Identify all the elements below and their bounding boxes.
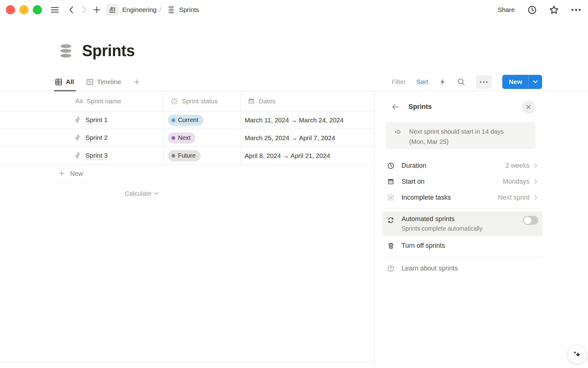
sprint-name-cell[interactable]: Sprint 1 [74, 111, 107, 129]
status-badge: Current [168, 115, 203, 126]
runner-icon [74, 151, 81, 160]
tab-all-label: All [66, 78, 74, 86]
table-row[interactable]: Sprint 3 Future April 8, 2024 → April 21… [0, 147, 375, 165]
tab-timeline[interactable]: Timeline [86, 73, 121, 91]
dates-cell[interactable]: April 8, 2024 → April 21, 2024 [245, 147, 330, 164]
chevron-right-icon [533, 178, 539, 185]
zoom-window-button[interactable] [33, 5, 42, 14]
sprint-status-cell[interactable]: Future [168, 147, 201, 164]
view-options-icon[interactable] [476, 75, 492, 89]
sprint-page-link[interactable]: Sprint 3 [85, 152, 107, 160]
new-page-icon[interactable] [93, 6, 101, 14]
chevron-right-icon [533, 162, 539, 169]
turn-off-sprints-button[interactable]: Turn off sprints [383, 238, 542, 254]
view-toolbar: All Timeline Filter Sort New [55, 73, 542, 91]
calendar-icon [247, 97, 255, 105]
column-header-sprint-name[interactable]: Aa Sprint name [75, 91, 121, 111]
dates-cell[interactable]: March 11, 2024 → March 24, 2024 [245, 111, 344, 129]
sprint-status-cell[interactable]: Next [168, 129, 195, 147]
more-options-icon[interactable] [571, 8, 581, 12]
sprint-name-cell[interactable]: Sprint 2 [74, 129, 107, 147]
dates-cell[interactable]: March 25, 2024 → April 7, 2024 [245, 129, 335, 147]
arrow-right-icon [393, 128, 402, 149]
add-view-icon[interactable] [133, 73, 141, 91]
notice-line1: Next sprint should start in 14 days [409, 126, 504, 136]
sidebar-menu-icon[interactable] [51, 6, 59, 13]
automated-sprints-toggle[interactable] [523, 216, 538, 225]
duration-setting-row[interactable]: Duration 2 weeks [383, 158, 542, 174]
page-title-block: Sprints [58, 42, 135, 60]
favorite-star-icon[interactable] [549, 5, 559, 15]
runner-icon [74, 116, 81, 124]
panel-title: Sprints [409, 103, 432, 111]
close-window-button[interactable] [6, 5, 15, 14]
trash-icon [387, 242, 395, 250]
sparkles-icon [571, 348, 583, 360]
checkbox-icon [387, 194, 395, 201]
text-property-icon: Aa [75, 98, 83, 105]
page-database-icon[interactable] [58, 43, 74, 59]
next-sprint-notice: Next sprint should start in 14 days (Mon… [386, 122, 536, 149]
calculate-button[interactable]: Calculate [0, 183, 163, 204]
close-icon[interactable] [522, 100, 535, 114]
minimize-window-button[interactable] [19, 5, 28, 14]
window-titlebar: Engineering / Sprints Share [0, 0, 588, 20]
table-header-row: Aa Sprint name Sprint status Dates [0, 91, 375, 111]
chevron-down-icon [153, 191, 159, 196]
spinner-icon [170, 97, 178, 105]
timeline-view-icon [86, 78, 94, 86]
forward-icon[interactable] [81, 6, 88, 14]
new-button[interactable]: New [502, 78, 528, 86]
status-badge: Next [168, 132, 195, 144]
view-tabs: All Timeline [55, 73, 152, 91]
new-dropdown-chevron-icon[interactable] [529, 80, 542, 84]
sprint-name-cell[interactable]: Sprint 3 [74, 147, 107, 164]
incomplete-tasks-setting-row[interactable]: Incomplete tasks Next sprint [383, 190, 542, 205]
start-on-setting-row[interactable]: Start on Mondays [383, 174, 542, 190]
status-dot-icon [172, 154, 175, 158]
automated-sprints-label: Automated sprints [401, 215, 482, 223]
tab-all[interactable]: All [55, 73, 74, 91]
status-dot-icon [172, 118, 175, 122]
sprint-status-cell[interactable]: Current [168, 111, 203, 129]
repeat-icon [387, 216, 395, 224]
history-clock-icon[interactable] [527, 5, 537, 15]
sprints-table: Aa Sprint name Sprint status Dates Sprin… [0, 91, 375, 368]
sprints-settings-panel: Sprints Next sprint should start in 14 d… [375, 91, 588, 368]
new-row-button[interactable]: New [0, 165, 375, 182]
status-dot-icon [172, 136, 175, 140]
breadcrumb-separator: / [159, 6, 161, 13]
help-question-icon [387, 264, 395, 273]
search-icon[interactable] [457, 78, 466, 86]
page-title[interactable]: Sprints [82, 42, 135, 60]
window-controls [6, 5, 42, 14]
clock-icon [387, 162, 395, 170]
sprint-page-link[interactable]: Sprint 1 [85, 116, 107, 124]
sort-button[interactable]: Sort [416, 78, 428, 86]
share-button[interactable]: Share [498, 6, 515, 13]
learn-about-sprints-link[interactable]: Learn about sprints [383, 260, 542, 276]
back-icon[interactable] [68, 6, 75, 14]
table-row[interactable]: Sprint 2 Next March 25, 2024 → April 7, … [0, 129, 375, 147]
plus-icon [58, 170, 65, 177]
database-icon [167, 6, 175, 14]
table-row[interactable]: Sprint 1 Current March 11, 2024 → March … [0, 111, 375, 129]
column-header-sprint-status[interactable]: Sprint status [170, 91, 218, 111]
notice-line2: (Mon, Mar 25) [409, 136, 504, 147]
chevron-right-icon [533, 194, 539, 201]
sprint-page-link[interactable]: Sprint 2 [85, 134, 107, 142]
status-badge: Future [168, 150, 201, 161]
back-arrow-icon[interactable] [391, 103, 400, 111]
runner-icon [74, 134, 81, 142]
new-split-button: New [502, 75, 542, 89]
notion-ai-button[interactable] [567, 345, 586, 364]
automations-bolt-icon[interactable] [439, 78, 447, 86]
automated-sprints-row[interactable]: Automated sprints Sprints complete autom… [383, 212, 542, 236]
workspace-icon[interactable] [106, 4, 119, 16]
breadcrumb-workspace[interactable]: Engineering [122, 6, 156, 13]
column-header-dates[interactable]: Dates [247, 91, 276, 111]
breadcrumb-page[interactable]: Sprints [179, 6, 199, 13]
filter-button[interactable]: Filter [392, 78, 406, 86]
content-bottom-divider [0, 361, 375, 362]
calendar-icon [387, 178, 395, 186]
